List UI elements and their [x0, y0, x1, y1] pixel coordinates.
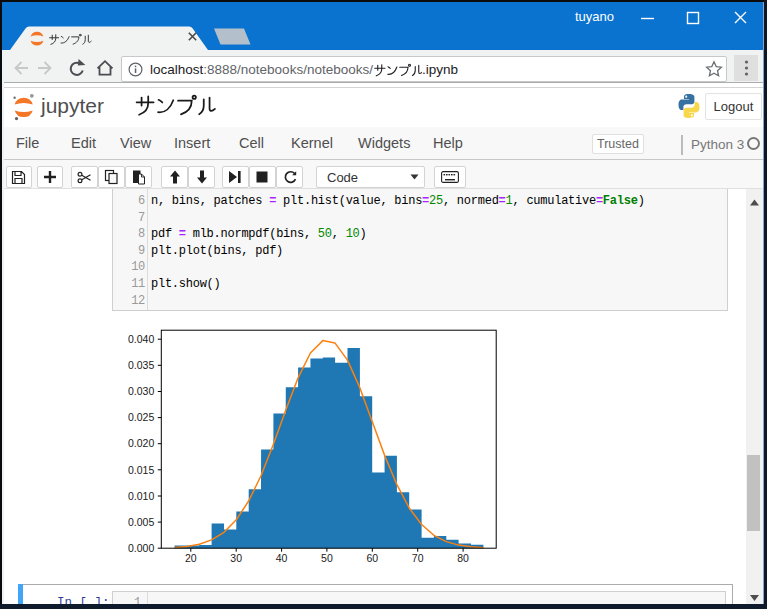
svg-text:0.025: 0.025	[128, 411, 154, 423]
svg-text:80: 80	[457, 552, 469, 564]
svg-text:0.010: 0.010	[128, 490, 154, 502]
svg-text:0.030: 0.030	[128, 385, 154, 397]
svg-text:0.040: 0.040	[128, 333, 154, 345]
svg-text:0.015: 0.015	[128, 464, 154, 476]
svg-text:70: 70	[412, 552, 424, 564]
svg-text:0.005: 0.005	[128, 516, 154, 528]
svg-text:20: 20	[185, 552, 197, 564]
svg-text:0.035: 0.035	[128, 359, 154, 371]
svg-text:40: 40	[276, 552, 288, 564]
svg-text:50: 50	[321, 552, 333, 564]
svg-text:30: 30	[230, 552, 242, 564]
svg-text:60: 60	[366, 552, 378, 564]
svg-text:0.020: 0.020	[128, 437, 154, 449]
svg-text:0.000: 0.000	[128, 542, 154, 554]
